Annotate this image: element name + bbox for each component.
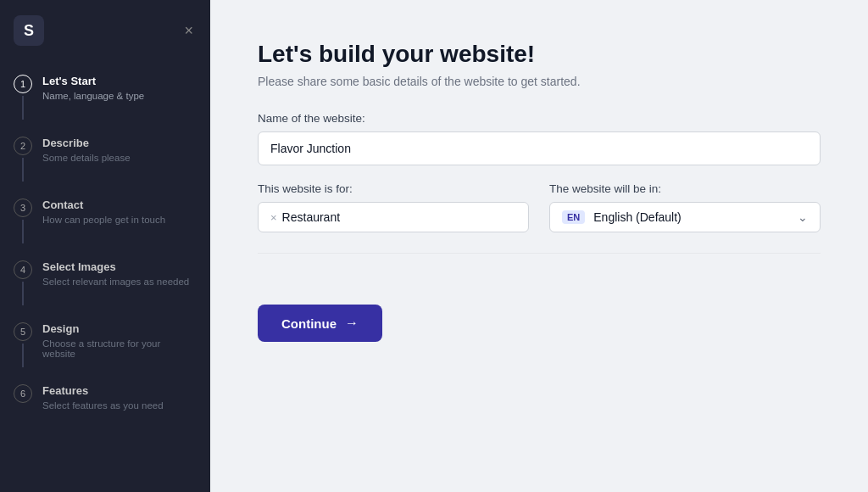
step-num-2: 2 (14, 137, 32, 155)
step-line-1 (22, 96, 24, 120)
website-for-col: This website is for: × Restaurant (258, 182, 529, 232)
step-subtitle-2: Some details please (42, 153, 193, 163)
step-title-6: Features (42, 384, 193, 399)
step-subtitle-5: Choose a structure for your website (42, 338, 193, 359)
tag-close-icon[interactable]: × (270, 211, 277, 224)
step-line-3 (22, 220, 24, 243)
step-num-6: 6 (14, 384, 32, 403)
sidebar: S × 1 Let's Start Name, language & type … (0, 0, 210, 492)
step-title-3: Contact (42, 198, 193, 213)
close-icon[interactable]: × (184, 23, 193, 38)
website-lang-col: The website will be in: EN English (Defa… (549, 182, 821, 232)
sidebar-steps: 1 Let's Start Name, language & type 2 De… (0, 59, 210, 492)
sidebar-logo: S (14, 15, 44, 46)
chevron-down-icon: ⌄ (798, 210, 808, 224)
sidebar-step-4[interactable]: 4 Select Images Select relevant images a… (0, 252, 210, 314)
page-subtitle: Please share some basic details of the w… (258, 75, 821, 88)
step-subtitle-1: Name, language & type (42, 91, 193, 101)
website-for-input[interactable]: × Restaurant (258, 202, 529, 232)
step-subtitle-6: Select features as you need (42, 400, 193, 411)
step-subtitle-4: Select relevant images as needed (42, 277, 193, 287)
step-title-5: Design (42, 322, 193, 337)
continue-button[interactable]: Continue → (258, 305, 382, 342)
divider (258, 253, 821, 254)
step-subtitle-3: How can people get in touch (42, 215, 193, 225)
step-title-4: Select Images (42, 260, 193, 275)
name-field-group: Name of the website: (258, 112, 821, 165)
language-select[interactable]: EN English (Default) ⌄ (549, 202, 821, 232)
step-num-3: 3 (14, 198, 32, 217)
step-line-5 (22, 344, 24, 367)
lang-badge: EN (562, 210, 585, 224)
website-name-input[interactable] (258, 131, 821, 165)
page-title: Let's build your website! (258, 41, 821, 68)
step-line-4 (22, 282, 24, 305)
sidebar-step-1[interactable]: 1 Let's Start Name, language & type (0, 66, 210, 128)
step-line-2 (22, 158, 24, 182)
sidebar-header: S × (0, 0, 210, 59)
step-num-5: 5 (14, 322, 32, 341)
website-lang-label: The website will be in: (549, 182, 821, 195)
name-label: Name of the website: (258, 112, 821, 125)
lang-value: English (Default) (593, 210, 682, 224)
restaurant-tag: × Restaurant (270, 210, 340, 224)
sidebar-step-5[interactable]: 5 Design Choose a structure for your web… (0, 314, 210, 376)
step-title-2: Describe (42, 137, 193, 151)
step-num-1: 1 (14, 75, 32, 93)
two-col-fields: This website is for: × Restaurant The we… (258, 182, 821, 232)
sidebar-step-6[interactable]: 6 Features Select features as you need (0, 376, 210, 419)
step-num-4: 4 (14, 260, 32, 279)
sidebar-step-2[interactable]: 2 Describe Some details please (0, 128, 210, 190)
sidebar-step-3[interactable]: 3 Contact How can people get in touch (0, 190, 210, 252)
main-content: Let's build your website! Please share s… (210, 0, 868, 492)
arrow-icon: → (345, 316, 359, 331)
step-title-1: Let's Start (42, 75, 193, 89)
website-for-label: This website is for: (258, 182, 529, 195)
